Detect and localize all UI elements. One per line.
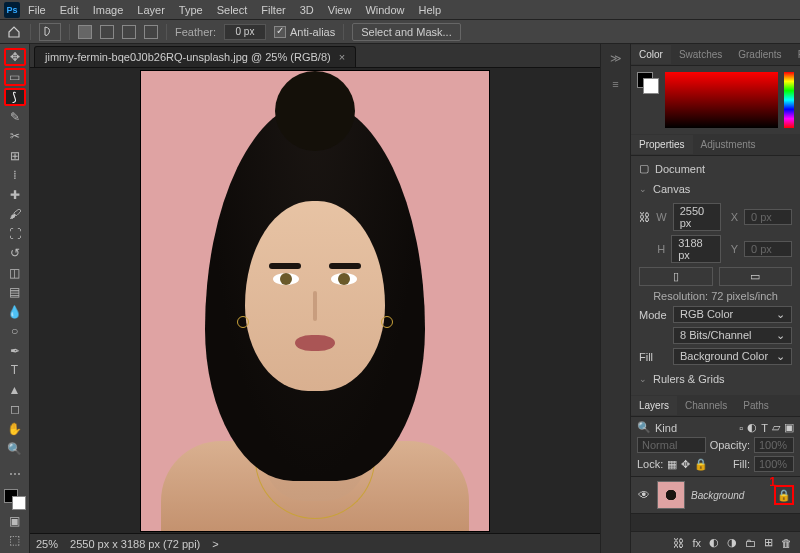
hue-slider[interactable] [784,72,794,128]
feather-input[interactable]: 0 px [224,24,266,40]
lock-position-icon[interactable]: ✥ [681,458,690,471]
marquee-tool[interactable]: ▭ [4,68,26,86]
tab-properties[interactable]: Properties [631,135,693,154]
delete-layer-icon[interactable]: 🗑 [781,537,792,549]
collapse-icon[interactable]: ⌄ [639,374,647,384]
new-layer-icon[interactable]: ⊞ [764,536,773,549]
menu-layer[interactable]: Layer [131,2,171,18]
color-mode-select[interactable]: RGB Color⌄ [673,306,792,323]
x-input: 0 px [744,209,792,225]
width-input[interactable]: 2550 px [673,203,722,231]
layer-lock-icon[interactable]: 🔒 [774,485,794,505]
menu-filter[interactable]: Filter [255,2,291,18]
tab-adjustments[interactable]: Adjustments [693,135,764,154]
type-tool[interactable]: T [4,362,26,380]
tab-channels[interactable]: Channels [677,396,735,415]
more-tools-icon[interactable]: ⋯ [4,465,26,483]
layer-mask-icon[interactable]: ◐ [709,536,719,549]
adjustment-layer-icon[interactable]: ◑ [727,536,737,549]
group-icon[interactable]: 🗀 [745,537,756,549]
collapse-icon[interactable]: ⌄ [639,184,647,194]
menu-file[interactable]: File [22,2,52,18]
brush-tool[interactable]: 🖌 [4,206,26,224]
anti-alias-checkbox[interactable] [274,26,286,38]
layer-name[interactable]: Background [691,490,768,501]
eraser-tool[interactable]: ◫ [4,264,26,282]
frame-tool[interactable]: ⊞ [4,147,26,165]
lock-pixels-icon[interactable]: ▦ [667,458,677,471]
fill-input[interactable]: 100% [754,456,794,472]
tab-close-icon[interactable]: × [339,51,345,63]
layers-empty-area[interactable] [631,514,800,531]
document-tab[interactable]: jimmy-fermin-bqe0J0b26RQ-unsplash.jpg @ … [34,46,356,67]
layer-thumbnail[interactable] [657,481,685,509]
healing-tool[interactable]: ✚ [4,186,26,204]
filter-image-icon[interactable]: ▫ [739,422,743,434]
filter-smart-icon[interactable]: ▣ [784,421,794,434]
history-brush-tool[interactable]: ↺ [4,245,26,263]
zoom-display[interactable]: 25% [36,538,58,550]
layer-visibility-icon[interactable]: 👁 [637,488,651,502]
filter-type-icon[interactable]: T [761,422,768,434]
menu-image[interactable]: Image [87,2,130,18]
tab-layers[interactable]: Layers [631,396,677,415]
portrait-icon[interactable]: ▯ [639,267,713,286]
selection-new-icon[interactable] [78,25,92,39]
link-dimensions-icon[interactable]: ⛓ [639,211,650,223]
hand-tool[interactable]: ✋ [4,420,26,438]
tab-patterns[interactable]: Patterns [790,45,800,64]
screen-mode-icon[interactable]: ⬚ [4,532,26,550]
blend-mode-select[interactable]: Normal [637,437,706,453]
quick-select-tool[interactable]: ✎ [4,108,26,126]
zoom-tool[interactable]: 🔍 [4,440,26,458]
color-swatch[interactable] [4,489,26,510]
pen-tool[interactable]: ✒ [4,342,26,360]
selection-add-icon[interactable] [100,25,114,39]
height-input[interactable]: 3188 px [671,235,721,263]
expand-panels-icon[interactable]: ≫ [606,48,626,68]
move-tool[interactable]: ✥ [4,48,26,66]
quick-mask-icon[interactable]: ▣ [4,512,26,530]
filter-shape-icon[interactable]: ▱ [772,421,780,434]
dodge-tool[interactable]: ○ [4,323,26,341]
lock-all-icon[interactable]: 🔒 [694,458,708,471]
home-icon[interactable] [6,24,22,40]
menu-help[interactable]: Help [413,2,448,18]
bit-depth-select[interactable]: 8 Bits/Channel⌄ [673,327,792,344]
color-picker[interactable] [665,72,778,128]
stamp-tool[interactable]: ⛶ [4,225,26,243]
menu-window[interactable]: Window [359,2,410,18]
layer-style-icon[interactable]: fx [692,537,701,549]
select-and-mask-button[interactable]: Select and Mask... [352,23,461,41]
search-icon[interactable]: 🔍 [637,421,651,434]
tab-gradients[interactable]: Gradients [730,45,789,64]
blur-tool[interactable]: 💧 [4,303,26,321]
eyedropper-tool[interactable]: ⁞ [4,167,26,185]
selection-subtract-icon[interactable] [122,25,136,39]
color-swatch[interactable] [637,72,659,94]
fill-select[interactable]: Background Color⌄ [673,348,792,365]
link-layers-icon[interactable]: ⛓ [673,537,684,549]
rectangle-tool[interactable]: ◻ [4,401,26,419]
tab-paths[interactable]: Paths [735,396,777,415]
lasso-tool[interactable]: ⟆ [4,88,26,106]
menu-view[interactable]: View [322,2,358,18]
selection-intersect-icon[interactable] [144,25,158,39]
canvas-area[interactable] [30,68,600,533]
tab-swatches[interactable]: Swatches [671,45,730,64]
menu-3d[interactable]: 3D [294,2,320,18]
crop-tool[interactable]: ✂ [4,128,26,146]
gradient-tool[interactable]: ▤ [4,284,26,302]
menu-edit[interactable]: Edit [54,2,85,18]
active-tool-icon[interactable] [39,23,61,41]
tab-color[interactable]: Color [631,45,671,64]
status-disclosure-icon[interactable]: > [212,538,218,550]
landscape-icon[interactable]: ▭ [719,267,793,286]
layer-row-background[interactable]: 👁 Background 1 🔒 [631,476,800,514]
opacity-input[interactable]: 100% [754,437,794,453]
history-panel-icon[interactable]: ≡ [606,74,626,94]
menu-select[interactable]: Select [211,2,254,18]
path-select-tool[interactable]: ▲ [4,381,26,399]
menu-type[interactable]: Type [173,2,209,18]
filter-adjust-icon[interactable]: ◐ [747,421,757,434]
